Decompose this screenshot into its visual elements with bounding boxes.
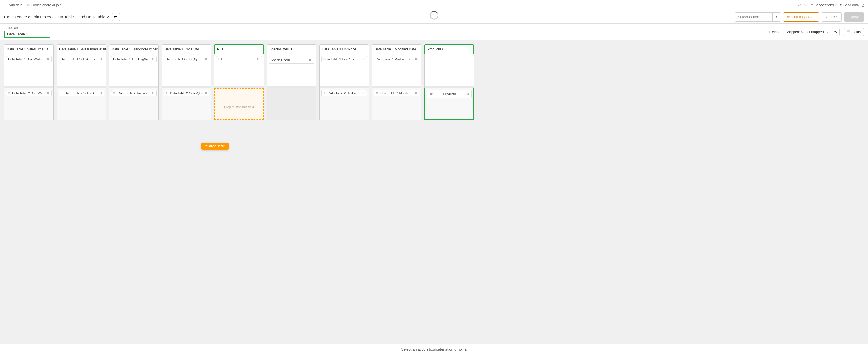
column-specialofferid: SpecialOfferID SpecialOfferID ☛: [267, 44, 316, 120]
associations-button[interactable]: ⊕ Associations ▾: [811, 3, 837, 7]
col-top-trackingnumber: Data Table 1.TrackingNu... ✕: [109, 54, 159, 86]
col-top-unitprice: Data Table 1.UnitPrice ✕: [319, 54, 369, 86]
col-divider: [372, 86, 422, 88]
associations-icon: ⊕: [811, 3, 813, 7]
fields-list-icon: ☰: [847, 30, 850, 34]
cancel-button[interactable]: Cancel: [822, 12, 842, 22]
col-divider: [319, 86, 369, 88]
col-header-salesorderid: Data Table 1.SalesOrderID: [4, 44, 54, 54]
col-top-salesorderid: Data Table 1.SalesOrderID ✕: [4, 54, 54, 86]
associations-label: Associations: [815, 3, 834, 7]
field-tag[interactable]: ⠿ Data Table 2.Trackin... ✕: [111, 90, 157, 96]
col-bottom-salesorderid: ⠿ Data Table 2.SalesOr... ✕: [4, 88, 54, 120]
col-header-specialofferid: SpecialOfferID: [267, 44, 316, 54]
main-content: Concatenate or join tables - Data Table …: [0, 10, 868, 354]
fields-button[interactable]: ☰ Fields: [844, 28, 864, 36]
edit-mappings-label: Edit mappings: [792, 15, 815, 19]
redo-icon[interactable]: ↪: [804, 3, 808, 7]
columns-scroll: Data Table 1.SalesOrderID Data Table 1.S…: [0, 40, 868, 344]
col-header-pid: PID: [214, 44, 264, 54]
drag-pill-label: ProductID: [209, 144, 225, 148]
add-data-nav[interactable]: ＋ Add data: [3, 3, 23, 7]
select-action-chevron[interactable]: ▾: [772, 13, 780, 21]
field-tag[interactable]: Data Table 1.OrderQty ✕: [164, 56, 209, 62]
column-pid: PID PID ✕ Drop to map this field: [214, 44, 264, 120]
close-icon[interactable]: ✕: [47, 57, 50, 61]
eye-button[interactable]: 👁: [832, 28, 840, 36]
table-name-label: Table name:: [4, 26, 50, 29]
toolbar-title: Concatenate or join tables - Data Table …: [4, 15, 109, 19]
drag-pill-grid-icon: ⠿: [205, 145, 207, 148]
table-name-bar: Table name: Fields: 9 Mapped: 6 Unmapped…: [0, 24, 868, 40]
field-tag[interactable]: ⠿ Data Table 2.SalesOr... ✕: [6, 90, 52, 96]
table-name-input[interactable]: [4, 31, 50, 38]
column-trackingnumber: Data Table 1.TrackingNumber Data Table 1…: [109, 44, 159, 120]
fields-button-label: Fields: [851, 30, 861, 34]
toolbar-left: Concatenate or join tables - Data Table …: [4, 13, 120, 21]
load-data-button[interactable]: ⬆ Load data: [839, 3, 859, 7]
field-tag[interactable]: Data Table 1.SalesOrderID ✕: [6, 56, 52, 62]
close-icon[interactable]: ✕: [362, 57, 365, 61]
close-icon[interactable]: ✕: [99, 57, 102, 61]
close-icon[interactable]: ✕: [47, 91, 50, 95]
close-icon[interactable]: ✕: [152, 91, 155, 95]
col-bottom-trackingnumber: ⠿ Data Table 2.Trackin... ✕: [109, 88, 159, 120]
close-icon[interactable]: ✕: [99, 91, 102, 95]
col-divider: [162, 86, 211, 88]
col-header-unitprice: Data Table 1.UnitPrice: [319, 44, 369, 54]
close-icon[interactable]: ✕: [205, 91, 207, 95]
drag-pill: ⠿ ProductID: [202, 143, 228, 150]
select-action-input[interactable]: [735, 15, 772, 19]
close-icon[interactable]: ✕: [257, 57, 260, 61]
column-salesorderdetailid: Data Table 1.SalesOrderDetailID Data Tab…: [57, 44, 106, 120]
close-icon[interactable]: ✕: [414, 91, 417, 95]
field-tag[interactable]: ⠿ Data Table 2.UnitPrice ✕: [321, 90, 367, 96]
cursor-hand-icon[interactable]: ☛: [430, 91, 434, 97]
col-bottom-pid-droptarget[interactable]: Drop to map this field: [214, 88, 264, 120]
concatenate-join-nav[interactable]: ⧉ Concatenate or join: [27, 3, 61, 7]
close-icon[interactable]: ✕: [467, 92, 470, 96]
home-icon[interactable]: ⌂: [862, 3, 865, 8]
col-divider: [109, 86, 159, 88]
col-bottom-modifieddate: ⠿ Data Table 2.Modifie... ✕: [372, 88, 422, 120]
select-action-wrapper: ▾: [735, 12, 781, 22]
swap-button[interactable]: ⇄: [112, 13, 120, 21]
top-nav: ＋ Add data ⧉ Concatenate or join ↩ ↪ ⊕ A…: [0, 0, 868, 10]
edit-mappings-button[interactable]: ✏ Edit mappings: [783, 12, 819, 22]
apply-button[interactable]: Apply: [844, 12, 864, 22]
col-header-trackingnumber: Data Table 1.TrackingNumber: [109, 44, 159, 54]
col-divider: [424, 86, 474, 88]
associations-chevron: ▾: [835, 3, 837, 7]
close-icon[interactable]: ✕: [362, 91, 365, 95]
field-tag[interactable]: ⠿ Data Table 2.Modifie... ✕: [374, 90, 420, 96]
field-tag[interactable]: ⠿ Data Table 2.OrderQty ✕: [164, 90, 209, 96]
field-tag[interactable]: Data Table 1.Modified Date ✕: [374, 56, 420, 62]
drag-icon: ⠿: [323, 92, 325, 95]
field-tag[interactable]: PID ✕: [216, 56, 262, 62]
edit-icon: ✏: [787, 15, 790, 19]
field-tag[interactable]: Data Table 1.SalesOrder... ✕: [59, 56, 104, 62]
columns-container: Data Table 1.SalesOrderID Data Table 1.S…: [0, 40, 868, 124]
column-modifieddate: Data Table 1.Modified Date Data Table 1.…: [372, 44, 422, 120]
fields-info: Fields: 9 Mapped: 6 Unmapped: 3 👁 ☰ Fiel…: [769, 28, 864, 36]
load-data-icon: ⬆: [839, 3, 842, 7]
undo-icon[interactable]: ↩: [798, 3, 801, 7]
cursor-hand-icon[interactable]: ☛: [308, 57, 312, 63]
col-bottom-specialofferid-empty: [267, 88, 316, 120]
fields-unmapped: Unmapped: 3: [807, 30, 828, 34]
field-tag[interactable]: ⠿ Data Table 2.SalesOr... ✕: [59, 90, 104, 96]
field-tag[interactable]: ☛ ProductID ✕: [427, 90, 472, 98]
field-tag[interactable]: Data Table 1.UnitPrice ✕: [321, 56, 367, 62]
close-icon[interactable]: ✕: [152, 57, 155, 61]
join-icon: ⧉: [27, 3, 30, 7]
close-icon[interactable]: ✕: [205, 57, 207, 61]
col-bottom-orderqty: ⠿ Data Table 2.OrderQty ✕: [162, 88, 211, 120]
col-top-salesorderdetailid: Data Table 1.SalesOrder... ✕: [57, 54, 106, 86]
loading-spinner: [430, 11, 438, 20]
field-tag[interactable]: SpecialOfferID ☛: [269, 56, 314, 64]
drag-icon: ⠿: [376, 92, 378, 95]
status-bar: Select an action (concatenation or join)…: [0, 344, 868, 354]
col-bottom-salesorderdetailid: ⠿ Data Table 2.SalesOr... ✕: [57, 88, 106, 120]
close-icon[interactable]: ✕: [414, 57, 417, 61]
field-tag[interactable]: Data Table 1.TrackingNu... ✕: [111, 56, 157, 62]
